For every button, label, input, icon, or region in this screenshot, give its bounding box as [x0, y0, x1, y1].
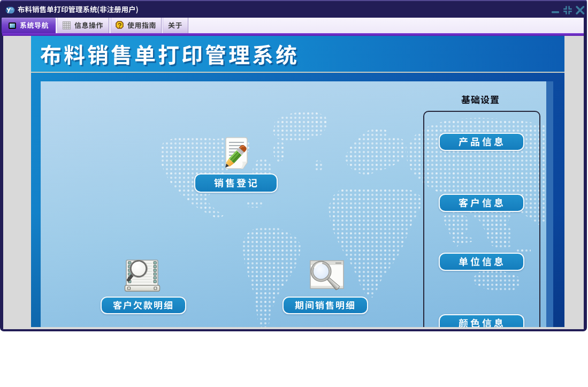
svg-text:?: ? [118, 22, 122, 29]
